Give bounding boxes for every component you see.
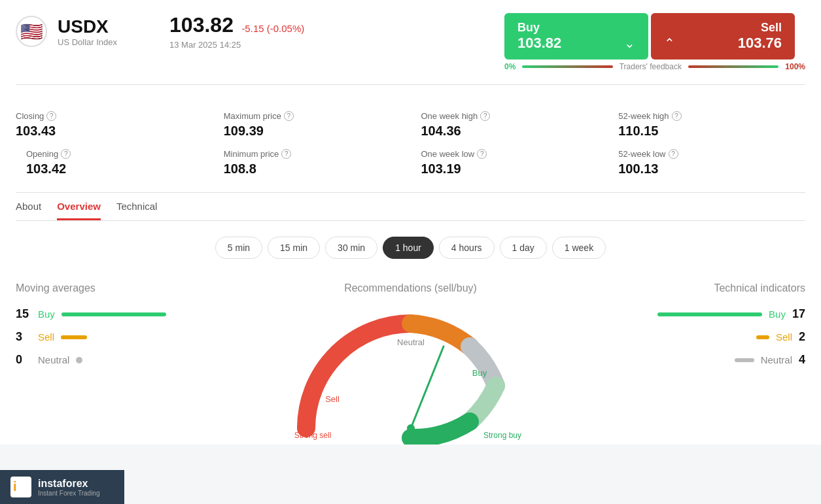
symbol-name: US Dollar Index bbox=[58, 37, 117, 47]
svg-text:i: i bbox=[13, 479, 17, 494]
analysis-section: Moving averages 15 Buy 3 Sell 0 Neutral … bbox=[16, 269, 805, 445]
stat-min-value: 108.8 bbox=[224, 161, 400, 176]
current-price: 103.82 bbox=[169, 13, 234, 37]
time-btn-4hours[interactable]: 4 hours bbox=[439, 237, 495, 259]
buy-price: 103.82 bbox=[517, 35, 561, 52]
stat-week-high: One week high ? 104.36 bbox=[411, 106, 608, 144]
stat-opening: Opening ? 103.42 bbox=[16, 144, 213, 182]
time-btn-1day[interactable]: 1 day bbox=[500, 237, 547, 259]
stat-week-low-value: 103.19 bbox=[421, 161, 598, 176]
gauge-wrapper: Neutral Sell Buy Strong sell Strong buy bbox=[287, 307, 535, 438]
ti-sell-bar bbox=[756, 335, 769, 339]
stat-closing-value: 103.43 bbox=[16, 124, 203, 139]
time-btn-15min[interactable]: 15 min bbox=[268, 237, 320, 259]
stat-opening-value: 103.42 bbox=[26, 161, 203, 176]
stat-min-price: Minimum price ? 108.8 bbox=[213, 144, 411, 182]
stats-grid: Closing ? 103.43 Maximum price ? 109.39 … bbox=[16, 95, 805, 193]
stat-opening-label: Opening bbox=[26, 149, 58, 159]
ma-buy-label: Buy bbox=[38, 309, 55, 320]
svg-text:Strong sell: Strong sell bbox=[294, 431, 331, 440]
week-high-info-icon[interactable]: ? bbox=[480, 111, 490, 121]
52week-high-info-icon[interactable]: ? bbox=[672, 111, 682, 121]
tabs-container: About Overview Technical bbox=[16, 193, 805, 221]
time-btn-5min[interactable]: 5 min bbox=[215, 237, 262, 259]
ma-neutral-bar bbox=[76, 357, 82, 363]
ti-neutral-row: Neutral 4 bbox=[735, 353, 805, 367]
stat-closing: Closing ? 103.43 bbox=[16, 106, 213, 144]
time-btn-1hour[interactable]: 1 hour bbox=[383, 237, 434, 259]
logo-sub-text: Instant Forex Trading bbox=[38, 490, 100, 497]
ma-buy-row: 15 Buy bbox=[16, 307, 212, 321]
svg-text:Strong buy: Strong buy bbox=[483, 431, 521, 440]
svg-text:Buy: Buy bbox=[472, 368, 487, 378]
header-divider bbox=[16, 84, 805, 85]
ti-buy-row: Buy 17 bbox=[657, 307, 805, 321]
buy-sell-container: Buy 103.82 ⌄ Sell ⌃ 103.76 0% Tr bbox=[504, 13, 805, 71]
stat-52week-low-label: 52-week low bbox=[618, 149, 665, 159]
traders-feedback-bar: 0% Traders' feedback 100% bbox=[504, 62, 805, 71]
tab-technical[interactable]: Technical bbox=[116, 201, 158, 220]
time-btn-30min[interactable]: 30 min bbox=[325, 237, 377, 259]
sell-label: Sell bbox=[761, 21, 782, 35]
stat-week-high-label: One week high bbox=[421, 111, 478, 121]
stat-max-label: Maximum price bbox=[224, 111, 281, 121]
min-info-icon[interactable]: ? bbox=[281, 149, 291, 159]
stat-min-label: Minimum price bbox=[224, 149, 279, 159]
svg-text:Neutral: Neutral bbox=[397, 337, 425, 347]
week-low-info-icon[interactable]: ? bbox=[477, 149, 487, 159]
buy-button[interactable]: Buy 103.82 ⌄ bbox=[504, 13, 648, 59]
moving-averages-panel: Moving averages 15 Buy 3 Sell 0 Neutral bbox=[16, 276, 212, 438]
svg-point-1 bbox=[407, 424, 415, 432]
ma-neutral-label: Neutral bbox=[38, 354, 69, 365]
sell-price: 103.76 bbox=[738, 35, 782, 52]
tab-about[interactable]: About bbox=[16, 201, 41, 220]
chevron-up-icon: ⌃ bbox=[664, 35, 675, 51]
sell-button[interactable]: Sell ⌃ 103.76 bbox=[651, 13, 795, 59]
recommendations-title: Recommendations (sell/buy) bbox=[344, 282, 477, 294]
ti-neutral-bar bbox=[735, 358, 754, 362]
stat-week-high-value: 104.36 bbox=[421, 124, 598, 139]
flag-icon: 🇺🇸 bbox=[16, 16, 47, 47]
52week-low-info-icon[interactable]: ? bbox=[669, 149, 678, 159]
ti-neutral-label: Neutral bbox=[761, 354, 792, 365]
ma-buy-bar bbox=[61, 312, 166, 316]
gauge-svg: Neutral Sell Buy Strong sell Strong buy bbox=[287, 307, 535, 445]
technical-indicators-panel: Technical indicators Buy 17 Sell 2 Neutr… bbox=[609, 276, 805, 438]
max-info-icon[interactable]: ? bbox=[284, 111, 294, 121]
traders-pct-right: 100% bbox=[785, 62, 805, 71]
tab-overview[interactable]: Overview bbox=[57, 201, 101, 220]
stat-max-price: Maximum price ? 109.39 bbox=[213, 106, 411, 144]
stat-52week-high: 52-week high ? 110.15 bbox=[608, 106, 805, 144]
ma-sell-row: 3 Sell bbox=[16, 330, 212, 344]
traders-bar-fill bbox=[522, 65, 612, 68]
stat-closing-label: Closing bbox=[16, 111, 44, 121]
moving-averages-title: Moving averages bbox=[16, 282, 212, 294]
traders-pct-left: 0% bbox=[504, 62, 515, 71]
gauge-container: Recommendations (sell/buy) bbox=[212, 276, 609, 438]
ti-buy-count: 17 bbox=[792, 307, 805, 321]
opening-info-icon[interactable]: ? bbox=[61, 149, 71, 159]
stat-52week-high-label: 52-week high bbox=[618, 111, 669, 121]
ma-buy-count: 15 bbox=[16, 307, 31, 321]
ti-neutral-count: 4 bbox=[799, 353, 805, 367]
time-btn-1week[interactable]: 1 week bbox=[552, 237, 606, 259]
stat-max-value: 109.39 bbox=[224, 124, 400, 139]
symbol-ticker: USDX bbox=[58, 16, 117, 37]
chevron-down-icon: ⌄ bbox=[624, 35, 635, 51]
ma-neutral-row: 0 Neutral bbox=[16, 353, 212, 367]
ti-sell-label: Sell bbox=[776, 331, 792, 343]
ti-sell-row: Sell 2 bbox=[756, 330, 805, 344]
ma-neutral-count: 0 bbox=[16, 353, 31, 367]
stat-52week-high-value: 110.15 bbox=[618, 124, 795, 139]
stat-52week-low: 52-week low ? 100.13 bbox=[608, 144, 805, 182]
stat-52week-low-value: 100.13 bbox=[618, 161, 795, 176]
price-date: 13 Mar 2025 14:25 bbox=[169, 40, 304, 50]
ti-buy-bar bbox=[657, 312, 762, 316]
ma-sell-bar bbox=[61, 335, 87, 339]
ma-sell-label: Sell bbox=[38, 331, 54, 343]
svg-line-0 bbox=[411, 346, 444, 428]
stat-week-low: One week low ? 103.19 bbox=[411, 144, 608, 182]
closing-info-icon[interactable]: ? bbox=[46, 111, 56, 121]
logo-bar: i instaforex Instant Forex Trading bbox=[0, 470, 124, 504]
technical-indicators-title: Technical indicators bbox=[714, 282, 805, 294]
